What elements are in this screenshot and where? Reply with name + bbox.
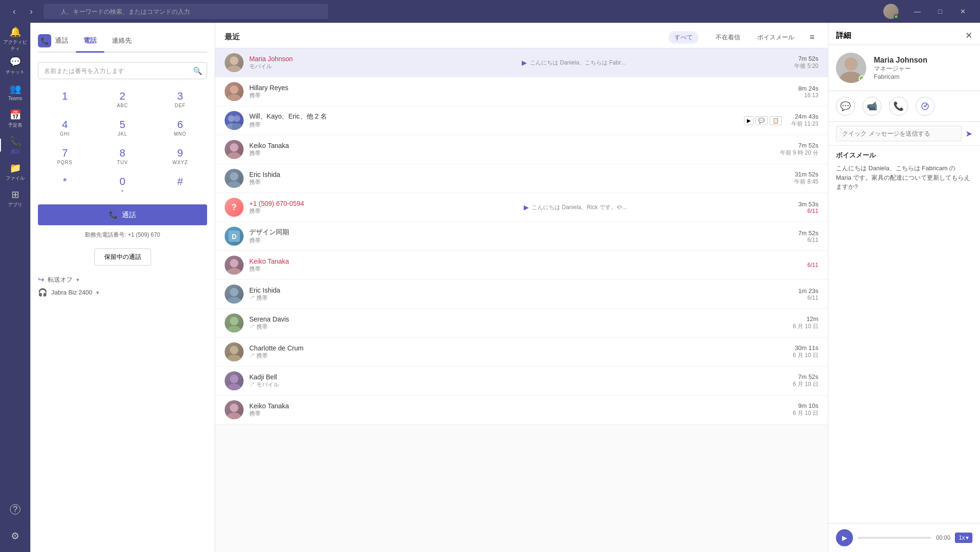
dial-num: 7 xyxy=(62,147,68,159)
call-item[interactable]: Kadji Bell ↗ モバイル 7m 52s 6 月 10 日 xyxy=(215,367,828,396)
dial-search-input[interactable] xyxy=(38,62,207,79)
sidebar-item-apps[interactable]: ⊞ アプリ xyxy=(3,186,27,211)
dial-key-7[interactable]: 7 PQRS xyxy=(38,144,92,168)
dial-key-star[interactable]: * xyxy=(38,172,92,197)
dial-key-0[interactable]: 0 + xyxy=(96,172,150,197)
call-item[interactable]: Serena Davis ↗ 携帯 12m 6 月 10 日 xyxy=(215,309,828,338)
svg-point-17 xyxy=(230,288,238,296)
detail-title: 詳細 xyxy=(836,31,851,41)
more-options-button[interactable]: ≡ xyxy=(806,30,818,44)
back-button[interactable]: ‹ xyxy=(8,5,21,18)
forward-row[interactable]: ↪ 転送オフ ▾ xyxy=(38,275,207,284)
play-button[interactable]: ▶ xyxy=(836,529,853,546)
caller-type: 携帯 xyxy=(249,149,509,157)
sidebar-item-settings[interactable]: ⚙ xyxy=(3,524,27,548)
help-icon: ? xyxy=(10,504,20,515)
dial-key-8[interactable]: 8 TUV xyxy=(96,144,150,168)
dial-key-9[interactable]: 9 WXYZ xyxy=(153,144,207,168)
caller-type: ↗ 携帯 xyxy=(249,352,515,360)
audio-speed-button[interactable]: 1x ▾ xyxy=(955,533,972,543)
call-button[interactable]: 📞 通話 xyxy=(38,204,207,225)
global-search-input[interactable] xyxy=(44,4,328,19)
call-time: 6/11 xyxy=(808,262,818,268)
held-calls-button[interactable]: 保留中の通話 xyxy=(94,248,151,266)
call-preview: こんにちは Daniela、Rick です。や... xyxy=(532,203,627,212)
call-item[interactable]: Will、Kayo、Eric、他 2 名 携帯 ▶ 💬 📋 24m 43s 午前… xyxy=(215,106,828,135)
tab-contacts[interactable]: 連絡先 xyxy=(104,30,139,53)
svg-point-10 xyxy=(230,172,238,181)
maximize-button[interactable]: □ xyxy=(931,4,950,19)
chat-icon: 💬 xyxy=(9,56,21,67)
svg-point-2 xyxy=(230,85,238,94)
dial-num: 6 xyxy=(177,119,183,131)
dial-key-2[interactable]: 2 ABC xyxy=(96,87,150,111)
call-item[interactable]: Keiko Tanaka 携帯 7m 52s 午前 9 時 20 分 xyxy=(215,135,828,164)
filter-missed-button[interactable]: 不在着信 xyxy=(710,31,746,44)
detail-video-button[interactable]: 📹 xyxy=(862,97,881,116)
svg-point-24 xyxy=(227,384,241,390)
detail-close-button[interactable]: ✕ xyxy=(965,30,972,41)
call-item[interactable]: Keiko Tanaka 携帯 6/11 xyxy=(215,251,828,280)
call-item[interactable]: Maria Johnson モバイル ▶ こんにちは Daniela、こちらは … xyxy=(215,48,828,77)
sidebar-item-teams[interactable]: 👥 Teams xyxy=(3,80,27,104)
speed-label: 1x xyxy=(959,534,965,541)
call-item[interactable]: Hillary Reyes 携帯 8m 24s 16:13 xyxy=(215,77,828,106)
detail-more-button[interactable] xyxy=(916,97,935,116)
call-item[interactable]: ? +1 (509) 670-0594 携帯 ▶ こんにちは Daniela、R… xyxy=(215,193,828,222)
call-duration: 1m 23s xyxy=(798,287,818,294)
tab-calls[interactable]: 📞 通話 xyxy=(38,30,76,53)
call-item[interactable]: Eric Ishida 携帯 31m 52s 午前 8:45 xyxy=(215,164,828,193)
caller-info: デザイン同期 携帯 xyxy=(249,228,518,245)
svg-point-18 xyxy=(227,297,241,304)
device-chevron: ▾ xyxy=(96,289,99,296)
caller-info: Keiko Tanaka 携帯 xyxy=(249,258,523,273)
call-item[interactable]: D デザイン同期 携帯 7m 52s 6/11 xyxy=(215,222,828,251)
detail-contact-company: Fabricam xyxy=(874,73,927,80)
sidebar-item-calendar[interactable]: 📅 予定表 xyxy=(3,106,27,131)
detail-panel: 詳細 ✕ Maria Johnson マネージャー Fabricam 💬 📹 📞 xyxy=(828,23,980,552)
forward-button[interactable]: › xyxy=(25,5,38,18)
sidebar-item-chat[interactable]: 💬 チャット xyxy=(3,53,27,78)
calls-icon: 📞 xyxy=(9,136,21,147)
call-time: 午後 5:20 xyxy=(794,62,818,70)
call-preview: こんにちは Daniela、こちらは Fabr... xyxy=(530,59,625,67)
detail-call-button[interactable]: 📞 xyxy=(889,97,908,116)
video-icon: ▶ xyxy=(744,116,753,125)
active-indicator xyxy=(0,138,1,152)
call-duration: 31m 52s xyxy=(794,171,818,178)
device-row[interactable]: 🎧 Jabra Biz 2400 ▾ xyxy=(38,288,207,297)
call-item[interactable]: Keiko Tanaka 携帯 9m 10s 6 月 10 日 xyxy=(215,396,828,424)
quick-message-input[interactable] xyxy=(836,126,962,141)
call-meta: 3m 53s 6/11 xyxy=(798,201,818,214)
voicemail-text: こんにちは Daniela、こちらは Fabricam の Maria です。家… xyxy=(836,164,972,192)
caller-avatar xyxy=(225,400,244,419)
tab-phone[interactable]: 電話 xyxy=(76,30,104,53)
sidebar-item-help[interactable]: ? xyxy=(3,497,27,522)
detail-chat-button[interactable]: 💬 xyxy=(836,97,855,116)
call-item[interactable]: Eric Ishida ↗ 携帯 1m 23s 6/11 xyxy=(215,280,828,309)
filter-all-button[interactable]: すべて xyxy=(669,31,699,44)
call-time: 16:13 xyxy=(798,92,818,99)
sidebar-item-activity[interactable]: 🔔 アクティビティ xyxy=(3,27,27,51)
recent-header: 最近 すべて 不在着信 ボイスメール ≡ xyxy=(215,23,828,48)
filter-voicemail-button[interactable]: ボイスメール xyxy=(752,31,800,44)
sidebar-item-files[interactable]: 📁 ファイル xyxy=(3,159,27,184)
svg-point-5 xyxy=(234,115,240,122)
audio-progress-bar[interactable] xyxy=(858,537,931,539)
dial-key-hash[interactable]: # xyxy=(153,172,207,197)
dial-search-wrap: 🔍 xyxy=(38,62,207,79)
dial-key-1[interactable]: 1 xyxy=(38,87,92,111)
dial-key-4[interactable]: 4 GHI xyxy=(38,115,92,140)
sidebar-item-calls[interactable]: 📞 通話 xyxy=(3,133,27,157)
dial-key-3[interactable]: 3 DEF xyxy=(153,87,207,111)
send-message-button[interactable]: ➤ xyxy=(965,129,972,139)
dial-key-6[interactable]: 6 MNO xyxy=(153,115,207,140)
call-item[interactable]: Charlotte de Crum ↗ 携帯 30m 11s 6 月 10 日 xyxy=(215,338,828,367)
dial-key-5[interactable]: 5 JKL xyxy=(96,115,150,140)
minimize-button[interactable]: — xyxy=(908,4,927,19)
close-button[interactable]: ✕ xyxy=(953,4,972,19)
title-bar: ‹ › 🔍 — □ ✕ xyxy=(0,0,980,23)
svg-point-0 xyxy=(230,56,238,65)
caller-avatar: ? xyxy=(225,198,244,217)
svg-point-25 xyxy=(230,404,238,412)
